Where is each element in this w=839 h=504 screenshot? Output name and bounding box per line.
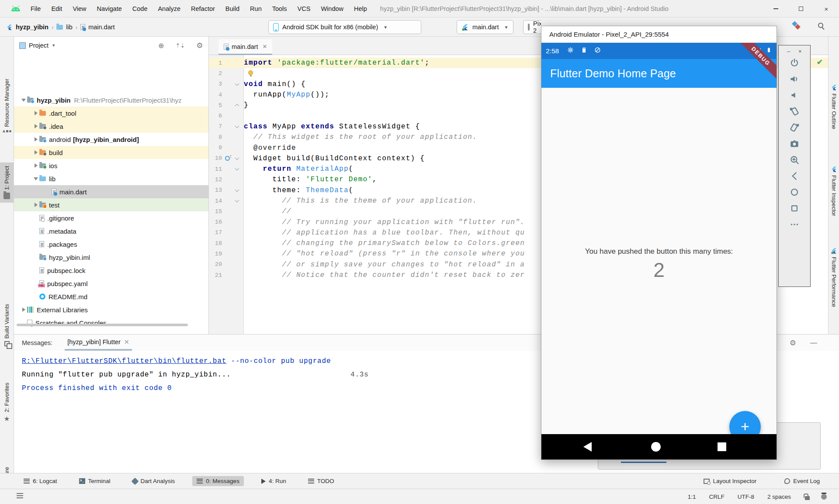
tree-row-pubspec-lock[interactable]: pubspec.lock xyxy=(14,264,209,277)
menu-run[interactable]: Run xyxy=(250,5,262,12)
tree-row-build[interactable]: build xyxy=(14,146,209,159)
fold-marker-icon[interactable] xyxy=(235,124,239,128)
menu-view[interactable]: View xyxy=(73,5,86,12)
menu-window[interactable]: Window xyxy=(321,5,343,12)
power-icon[interactable] xyxy=(789,57,800,69)
fold-marker-icon[interactable] xyxy=(235,104,239,108)
menu-help[interactable]: Help xyxy=(354,5,367,12)
fold-marker-icon[interactable] xyxy=(235,187,239,192)
maximize-button[interactable] xyxy=(788,0,814,17)
menu-tools[interactable]: Tools xyxy=(272,5,287,12)
tool-button-4-run[interactable]: 4: Run xyxy=(257,476,291,486)
screenshot-icon[interactable] xyxy=(789,138,800,149)
overview-icon[interactable] xyxy=(789,203,800,214)
collapsed-arrow-icon[interactable] xyxy=(22,307,25,312)
tool-window-switcher-icon[interactable] xyxy=(17,493,23,498)
tool-stripe-button-flutter-inspector[interactable]: Flutter Inspector xyxy=(829,166,839,216)
tree-row-hyzp-yibin[interactable]: hyzp_yibinR:\FlutterProject\FlutterProje… xyxy=(14,93,209,107)
unlock-icon[interactable] xyxy=(805,496,810,500)
hide-panel-icon[interactable]: — xyxy=(810,339,817,347)
status-item-1-1[interactable]: 1:1 xyxy=(688,494,696,500)
expanded-arrow-icon[interactable] xyxy=(21,99,26,102)
tree-row-test[interactable]: test xyxy=(14,198,209,211)
tree-row--metadata[interactable]: .metadata xyxy=(14,224,209,238)
tree-row-readme-md[interactable]: README.md xyxy=(14,290,209,303)
menu-refactor[interactable]: Refactor xyxy=(191,5,215,12)
collapse-all-icon[interactable]: ⇡⇣ xyxy=(175,42,185,49)
target-device-button[interactable]: Pixel 2 xyxy=(523,20,541,34)
tree-row--idea[interactable]: .idea xyxy=(14,120,209,133)
tool-button-0-messages[interactable]: 0: Messages xyxy=(192,476,244,486)
nav-overview-icon[interactable] xyxy=(718,442,726,451)
search-everywhere-icon[interactable] xyxy=(818,23,823,28)
tool-stripe-button-flutter-performance[interactable]: Flutter Performance xyxy=(829,247,839,307)
volume-up-icon[interactable] xyxy=(789,73,800,85)
inspections-hector-icon[interactable] xyxy=(821,494,827,500)
expanded-arrow-icon[interactable] xyxy=(34,177,38,180)
emulator-title-bar[interactable]: Android Emulator - Pixel_2_API_29:5554 xyxy=(541,26,777,43)
tool-stripe-button-resource-manager[interactable]: Resource Manager xyxy=(0,79,14,132)
more-icon[interactable] xyxy=(789,219,800,230)
status-item-utf-8[interactable]: UTF-8 xyxy=(738,494,754,500)
volume-down-icon[interactable] xyxy=(789,90,800,101)
overriding-method-icon[interactable] xyxy=(225,156,230,161)
tree-row-external-libraries[interactable]: External Libraries xyxy=(14,303,209,316)
breadcrumb-item[interactable]: lib xyxy=(66,24,73,31)
tree-row-main-dart[interactable]: main.dart xyxy=(14,185,209,198)
locate-file-icon[interactable]: ⊕ xyxy=(158,41,164,50)
emulator-minimize-icon[interactable]: – xyxy=(787,48,790,55)
collapsed-arrow-icon[interactable] xyxy=(35,137,38,142)
collapsed-arrow-icon[interactable] xyxy=(35,163,38,168)
tree-row--dart-tool[interactable]: .dart_tool xyxy=(14,107,209,120)
horizontal-scrollbar[interactable] xyxy=(17,324,188,326)
close-icon[interactable]: ✕ xyxy=(124,338,129,345)
messages-tab-flutter[interactable]: [hyzp_yibin] Flutter ✕ xyxy=(65,335,132,351)
tree-row-ios[interactable]: ios xyxy=(14,159,209,172)
menu-file[interactable]: File xyxy=(31,5,41,12)
nav-back-icon[interactable] xyxy=(583,442,592,452)
tool-button-todo[interactable]: TODO xyxy=(304,476,339,486)
collapsed-arrow-icon[interactable] xyxy=(35,124,38,128)
breadcrumb-item[interactable]: hyzp_yibin xyxy=(16,24,49,31)
tree-row-scratches-and-consoles[interactable]: Scratches and Consoles xyxy=(14,316,209,329)
tab-main-dart[interactable]: main.dart ✕ xyxy=(218,39,272,55)
tool-button-event-log[interactable]: Event Log xyxy=(780,476,824,486)
collapsed-arrow-icon[interactable] xyxy=(35,111,38,115)
close-tab-icon[interactable]: ✕ xyxy=(262,43,267,50)
gear-icon[interactable]: ⚙ xyxy=(790,338,796,347)
tree-row-android[interactable]: android[hyzp_yibin_android] xyxy=(14,133,209,146)
intention-bulb-icon[interactable] xyxy=(248,70,253,75)
tool-stripe-button-2-favorites[interactable]: 2: Favorites★ xyxy=(0,383,14,423)
fold-marker-icon[interactable] xyxy=(235,81,239,86)
status-item-crlf[interactable]: CRLF xyxy=(709,494,724,500)
tool-button-terminal[interactable]: >_Terminal xyxy=(75,476,115,486)
breadcrumb-item[interactable]: main.dart xyxy=(88,24,114,31)
inspection-ok-icon[interactable]: ✔ xyxy=(817,58,823,67)
nav-home-icon[interactable] xyxy=(651,442,661,452)
tree-row--packages[interactable]: .packages xyxy=(14,238,209,251)
menu-edit[interactable]: Edit xyxy=(51,5,62,12)
attach-debugger-icon[interactable] xyxy=(793,22,800,29)
zoom-icon[interactable] xyxy=(789,154,800,166)
tool-stripe-button-flutter-outline[interactable]: Flutter Outline xyxy=(829,84,839,129)
menu-analyze[interactable]: Analyze xyxy=(158,5,180,12)
collapsed-arrow-icon[interactable] xyxy=(35,150,38,155)
tree-row--gitignore[interactable]: .gitignore xyxy=(14,211,209,224)
fold-marker-icon[interactable] xyxy=(235,155,239,160)
menu-navigate[interactable]: Navigate xyxy=(97,5,122,12)
device-selector[interactable]: Android SDK built for x86 (mobile) ▼ xyxy=(268,20,421,34)
status-item-2-spaces[interactable]: 2 spaces xyxy=(767,494,791,500)
tool-button-layout-inspector[interactable]: Layout Inspector xyxy=(699,476,761,486)
fold-marker-icon[interactable] xyxy=(235,198,239,203)
gear-icon[interactable]: ⚙ xyxy=(196,41,203,50)
close-button[interactable]: × xyxy=(814,0,839,17)
minimize-button[interactable] xyxy=(763,0,788,17)
menu-build[interactable]: Build xyxy=(225,5,239,12)
tree-row-lib[interactable]: lib xyxy=(14,172,209,185)
menu-code[interactable]: Code xyxy=(132,5,148,12)
rotate-right-icon[interactable] xyxy=(789,122,800,133)
tool-button-6-logcat[interactable]: 6: Logcat xyxy=(19,476,62,486)
emulator-close-icon[interactable]: × xyxy=(798,48,802,55)
tree-row-hyzp-yibin-iml[interactable]: hyzp_yibin.iml xyxy=(14,251,209,264)
tree-row-pubspec-yaml[interactable]: pubspec.yaml xyxy=(14,277,209,290)
